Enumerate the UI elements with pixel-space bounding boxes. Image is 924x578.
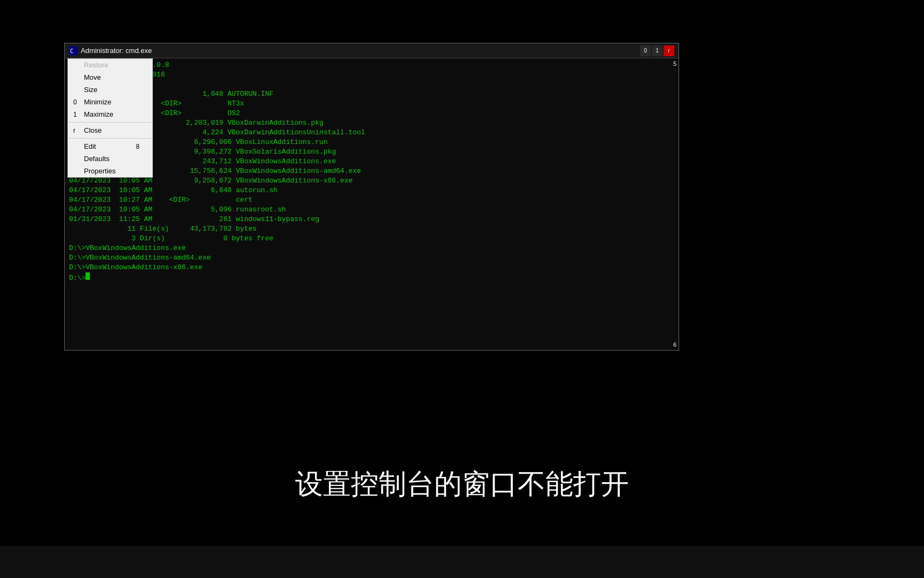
context-restore[interactable]: Restore: [68, 59, 152, 71]
context-defaults[interactable]: Defaults: [68, 153, 152, 165]
terminal-line-8: :27 AM <DIR> OS2: [69, 109, 674, 118]
terminal-line-27: D:\>VBoxWindowsAdditions-x86.exe: [69, 263, 674, 272]
cursor: [86, 272, 90, 280]
cmd-titlebar[interactable]: C Administrator: cmd.exe 0 1 r: [65, 43, 679, 58]
properties-label: Properties: [84, 167, 116, 175]
terminal-line-11: 04/17/2023 10:05 AM 6,296,006 VBoxLinuxA…: [69, 138, 674, 147]
terminal-line-13: 04/17/2023 09:42 AM 243,712 VBoxWindowsA…: [69, 157, 674, 166]
terminal-line-15: 04/17/2023 10:05 AM 9,258,672 VBoxWindow…: [69, 176, 674, 186]
maximize-btn[interactable]: 1: [652, 45, 663, 56]
terminal-line-18: 04/17/2023 10:05 AM 5,096 runasroot.sh: [69, 205, 674, 215]
menu-separator-2: [68, 138, 152, 139]
terminal-line-6: :25 AM 1,048 AUTORUN.INF: [69, 89, 674, 99]
terminal-line-20: 11 File(s) 43,173,782 bytes: [69, 224, 674, 234]
menu-separator-1: [68, 122, 152, 123]
restore-label: Restore: [84, 61, 109, 69]
line-number-bottom: 6: [673, 341, 676, 348]
terminal-line-9: :05 AM 2,203,019 VBoxDarwinAdditions.pkg: [69, 118, 674, 128]
terminal-line-16: 04/17/2023 10:05 AM 6,848 autorun.sh: [69, 186, 674, 195]
terminal-line-12: 04/17/2023 10:05 AM 9,398,272 VBoxSolari…: [69, 147, 674, 157]
terminal-line-1: ive D is VBox_GAs_7.0.8: [69, 60, 674, 70]
cmd-window: C Administrator: cmd.exe 0 1 r Restore M…: [64, 43, 679, 351]
context-menu: Restore Move Size 0 Minimize 1 Maximize …: [67, 58, 153, 178]
context-properties[interactable]: Properties: [68, 165, 152, 177]
context-move[interactable]: Move: [68, 71, 152, 83]
minimize-shortcut: 0: [73, 98, 77, 106]
close-btn[interactable]: r: [664, 45, 674, 56]
close-shortcut: r: [73, 127, 75, 134]
close-label: Close: [84, 126, 102, 134]
svg-text:C: C: [70, 48, 74, 55]
terminal-line-23: D:\>VBoxWindowsAdditions.exe: [69, 244, 674, 253]
maximize-shortcut: 1: [73, 111, 77, 118]
context-maximize[interactable]: 1 Maximize: [68, 108, 152, 120]
terminal-line-17: 04/17/2023 10:27 AM <DIR> cert: [69, 195, 674, 205]
terminal-line-14: 04/17/2023 10:26 AM 15,756,624 VBoxWindo…: [69, 166, 674, 176]
edit-label: Edit: [84, 142, 96, 150]
cmd-app-icon: C: [69, 47, 78, 55]
window-title: Administrator: cmd.exe: [81, 47, 640, 55]
edit-shortcut: 8: [136, 143, 144, 150]
context-minimize[interactable]: 0 Minimize: [68, 96, 152, 108]
terminal-line-25: D:\>VBoxWindowsAdditions-amd64.exe: [69, 253, 674, 263]
terminal-line-19: 01/31/2023 11:25 AM 261 windows11-bypass…: [69, 215, 674, 224]
minimize-btn[interactable]: 0: [640, 45, 651, 56]
terminal-line-21: 3 Dir(s) 0 bytes free: [69, 234, 674, 244]
window-controls: 0 1 r: [640, 45, 674, 56]
context-close[interactable]: r Close: [68, 124, 152, 136]
size-label: Size: [84, 86, 97, 94]
context-size[interactable]: Size: [68, 83, 152, 96]
context-edit[interactable]: Edit 8: [68, 140, 152, 153]
terminal-line-10: :05 AM 4,224 VBoxDarwinAdditionsUninstal…: [69, 128, 674, 138]
subtitle-text: 设置控制台的窗口不能打开: [0, 466, 924, 503]
terminal-line-4: D:\: [69, 80, 674, 89]
bottom-bar: [0, 546, 924, 578]
defaults-label: Defaults: [84, 155, 110, 163]
terminal-prompt: D:\>: [69, 272, 674, 283]
terminal-line-2: Number is 1104-C916: [69, 70, 674, 80]
line-number-top: 5: [673, 60, 676, 67]
move-label: Move: [84, 73, 101, 81]
terminal-line-7: :27 AM <DIR> NT3x: [69, 99, 674, 109]
minimize-label: Minimize: [84, 98, 111, 106]
cmd-content: 5 ive D is VBox_GAs_7.0.8 Number is 1104…: [65, 58, 679, 350]
maximize-label: Maximize: [84, 110, 113, 118]
